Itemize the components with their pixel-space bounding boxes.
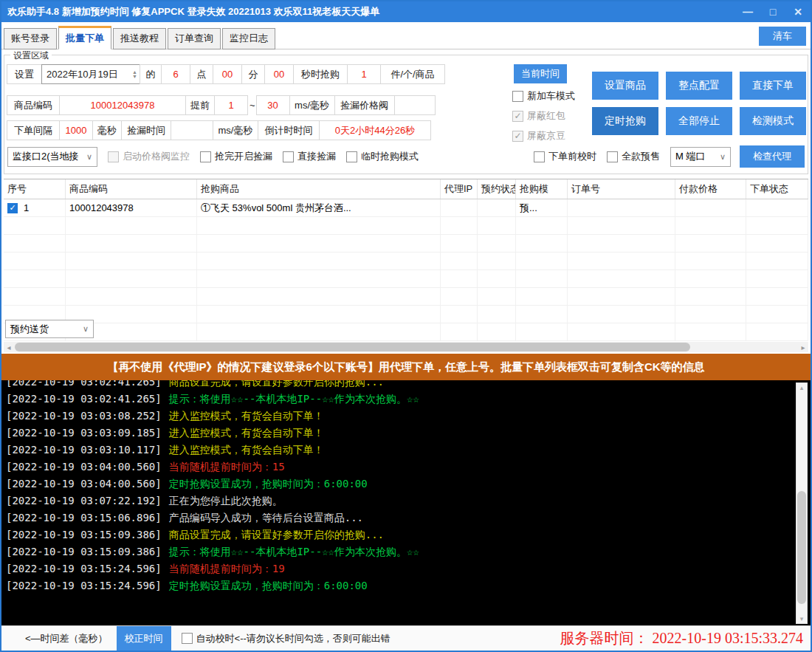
table-cell-empty <box>516 270 568 287</box>
maximize-icon[interactable]: □ <box>760 1 785 22</box>
detect-mode-button[interactable]: 检测模式 <box>740 107 806 135</box>
log-scrollbar[interactable]: ▴ ▾ <box>796 382 808 624</box>
column-header-4[interactable]: 代理IP <box>441 179 478 199</box>
column-header-5[interactable]: 预约状态 <box>478 179 516 199</box>
hourly-config-button[interactable]: 整点配置 <box>666 72 732 100</box>
unit-label: 件/个/商品 <box>380 64 445 84</box>
column-header-3[interactable]: 抢购商品 <box>197 179 441 199</box>
log-timestamp: [2022-10-19 03:07:22.192] <box>6 495 162 507</box>
tab-5[interactable]: 监控日志 <box>222 28 275 49</box>
tab-3[interactable]: 推送教程 <box>113 28 166 49</box>
log-area[interactable]: [2022-10-19 03:02:41.265]商品设置完成，请设置好参数开启… <box>1 380 811 625</box>
current-time-button[interactable]: 当前时间 <box>514 64 567 83</box>
timed-purchase-button[interactable]: 定时抢购 <box>592 107 658 135</box>
leak-time-input[interactable] <box>171 120 213 140</box>
block-redpacket-checkbox: ✓屏蔽红包 <box>512 109 575 123</box>
leak-after-buy-checkbox[interactable]: 抢完开启捡漏 <box>200 150 272 163</box>
chevron-down-icon: ∨ <box>715 152 726 162</box>
table-cell-empty <box>66 217 197 234</box>
sku-input[interactable]: 100012043978 <box>59 95 186 115</box>
log-timestamp: [2022-10-19 03:15:24.596] <box>6 580 162 591</box>
table-cell-empty <box>441 288 478 305</box>
table-cell-empty <box>197 235 441 252</box>
minimize-icon[interactable]: — <box>735 1 760 22</box>
scroll-right-icon[interactable]: ▸ <box>798 343 808 351</box>
temp-buy-mode-checkbox[interactable]: 临时抢购模式 <box>346 150 419 163</box>
table-cell-empty <box>478 217 516 234</box>
table-row-empty <box>4 235 808 253</box>
tab-2[interactable]: 批量下单 <box>58 26 111 49</box>
set-product-button[interactable]: 设置商品 <box>592 72 658 100</box>
log-timestamp: [2022-10-19 03:04:00.560] <box>6 478 162 490</box>
direct-order-button[interactable]: 直接下单 <box>740 72 806 100</box>
column-header-2[interactable]: 商品编码 <box>66 179 197 199</box>
column-header-1[interactable]: 序号 <box>4 179 66 199</box>
hscrollbar-thumb[interactable] <box>15 343 690 351</box>
checkbox-icon <box>200 151 211 162</box>
log-line: [2022-10-19 03:15:09.386]提示：将使用☆☆--本机本地I… <box>6 543 793 560</box>
quantity-input[interactable]: 1 <box>347 64 381 84</box>
settings-row-1: 设置2022年10月19日▲▼的6点00分00秒时抢购1件/个/商品 <box>7 64 445 84</box>
table-body: ✓1100012043978①飞天 53%vol 500ml 贵州茅台酒...预… <box>4 199 808 341</box>
row-checkbox[interactable]: ✓ <box>7 203 18 213</box>
log-line: [2022-10-19 03:03:09.185]进入监控模式，有货会自动下单！ <box>6 425 793 442</box>
check-proxy-button[interactable]: 检查代理 <box>740 145 805 168</box>
date-input[interactable]: 2022年10月19日▲▼ <box>41 64 140 84</box>
calibrate-time-button[interactable]: 校正时间 <box>117 626 171 651</box>
direct-leak-checkbox[interactable]: 直接捡漏 <box>283 150 336 163</box>
table-row[interactable]: ✓1100012043978①飞天 53%vol 500ml 贵州茅台酒...预… <box>4 199 808 217</box>
table-cell-empty <box>197 217 441 234</box>
full-presale-checkbox[interactable]: 全款预售 <box>607 150 660 163</box>
block-jdbean-checkbox-label: 屏蔽京豆 <box>527 129 565 143</box>
log-message: 商品设置完成，请设置好参数开启你的抢购... <box>169 380 384 388</box>
column-header-6[interactable]: 抢购模 <box>516 179 568 199</box>
column-header-7[interactable]: 订单号 <box>568 179 675 199</box>
leak-after-buy-checkbox-label: 抢完开启捡漏 <box>215 150 272 163</box>
leak-price-input[interactable] <box>394 95 436 115</box>
tab-1[interactable]: 账号登录 <box>4 28 57 49</box>
interval-input[interactable]: 1000 <box>59 120 93 140</box>
sku-label: 商品编码 <box>7 95 60 115</box>
minute-input[interactable]: 00 <box>213 64 242 84</box>
countdown-label: 倒计时时间 <box>258 120 320 140</box>
delivery-mode-select[interactable]: 预约送货 ∨ <box>5 320 94 338</box>
title-bar: 欢乐助手4.8 新增加预约时间 修复APPCK 登录失效 20221013 欢乐… <box>1 1 811 22</box>
close-icon[interactable]: ✕ <box>785 1 811 22</box>
precheck-time-checkbox[interactable]: 下单前校时 <box>534 150 596 163</box>
log-message: 产品编码导入成功，等待后台设置商品... <box>169 512 363 524</box>
table-cell-7 <box>568 199 675 216</box>
hour-input[interactable]: 6 <box>161 64 190 84</box>
new-cart-mode-checkbox[interactable]: 新加车模式 <box>512 89 575 103</box>
tab-list: 账号登录批量下单推送教程订单查询监控日志 <box>4 26 277 49</box>
auto-calibrate-checkbox[interactable]: 自动校时<--请勿议长时间勾选，否则可能出错 <box>182 632 390 645</box>
price-monitor-checkbox: 启动价格阀监控 <box>108 150 190 163</box>
column-header-8[interactable]: 付款价格 <box>675 179 746 199</box>
chevron-down-icon: ∨ <box>78 324 89 334</box>
interval-unit-label: 毫秒 <box>92 120 122 140</box>
second-input[interactable]: 00 <box>264 64 294 84</box>
vscrollbar-thumb[interactable] <box>797 491 806 604</box>
scroll-left-icon[interactable]: ◂ <box>4 343 14 351</box>
log-timestamp: [2022-10-19 03:15:09.386] <box>6 529 162 541</box>
table-cell-empty <box>568 253 675 270</box>
advance-min-input[interactable]: 1 <box>214 95 248 115</box>
tab-4[interactable]: 订单查询 <box>168 28 221 49</box>
table-cell-empty <box>675 270 746 287</box>
log-line: [2022-10-19 03:15:09.386]商品设置完成，请设置好参数开启… <box>6 526 793 543</box>
port-mode-select[interactable]: M 端口∨ <box>670 147 731 167</box>
right-checkbox-group: 新加车模式✓屏蔽红包✓屏蔽京豆 <box>512 89 575 143</box>
spinner-up-down-icon[interactable]: ▲▼ <box>132 70 137 79</box>
horizontal-scrollbar[interactable]: ◂ ▸ <box>4 342 808 352</box>
table-cell-empty <box>746 217 808 234</box>
advance-max-input[interactable]: 30 <box>256 95 290 115</box>
ms-unit-label: ms/毫秒 <box>289 95 335 115</box>
scroll-up-icon[interactable]: ▴ <box>796 384 807 391</box>
column-header-9[interactable]: 下单状态 <box>746 179 808 199</box>
clear-cart-button[interactable]: 清车 <box>759 27 806 46</box>
scroll-down-icon[interactable]: ▾ <box>796 615 807 622</box>
monitor-port-select[interactable]: 监接口2(当地接∨ <box>7 147 97 167</box>
stop-all-button[interactable]: 全部停止 <box>666 107 732 135</box>
full-presale-checkbox-label: 全款预售 <box>622 150 660 163</box>
notice-banner-text: 【再不使用《代理IP》的情况下建议登录6个以下账号】用代理下单，任意上号。批量下… <box>107 360 704 374</box>
log-timestamp: [2022-10-19 03:03:09.185] <box>6 427 162 439</box>
